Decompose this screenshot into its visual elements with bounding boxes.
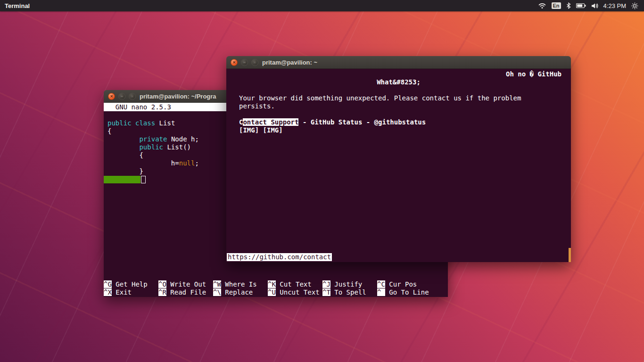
- window-title: pritam@pavilion: ~/Progra: [140, 93, 216, 100]
- network-icon[interactable]: [538, 2, 546, 9]
- battery-icon[interactable]: [576, 3, 586, 8]
- body-text-line2: persists.: [226, 102, 571, 110]
- shortcut-write-out: ^O Write Out: [158, 280, 213, 288]
- links-line: Contact Support - GitHub Status - @githu…: [226, 118, 571, 126]
- browser-terminal-window: pritam@pavilion: ~ Oh no � GitHub What&#…: [226, 56, 571, 262]
- shortcut-go-to-line: ^_ Go To Line: [377, 288, 432, 296]
- maximize-icon[interactable]: [129, 93, 136, 100]
- system-tray: En 4:23 PM: [538, 0, 644, 11]
- shortcut-read-file: ^R Read File: [158, 288, 213, 296]
- window-controls: [231, 59, 258, 66]
- shortcut-where-is: ^W Where Is: [213, 280, 268, 288]
- body-text-line1: Your browser did something unexpected. P…: [226, 94, 571, 102]
- top-panel: Terminal En: [0, 0, 644, 11]
- window-title: pritam@pavilion: ~: [262, 59, 317, 66]
- w3m-status-url: https://github.com/contact: [227, 253, 332, 261]
- page-heading: What&#8253;: [226, 78, 571, 86]
- bluetooth-icon[interactable]: [566, 2, 571, 9]
- close-icon[interactable]: [231, 59, 238, 66]
- minimize-icon[interactable]: [241, 59, 248, 66]
- clock[interactable]: 4:23 PM: [603, 2, 626, 9]
- nano-shortcuts: ^G Get Help^O Write Out^W Where Is^K Cut…: [104, 280, 448, 296]
- selection-highlight: [104, 176, 140, 183]
- contact-support-link[interactable]: ontact Support: [243, 118, 298, 126]
- minimize-icon[interactable]: [118, 93, 125, 100]
- page-header-right: Oh no � GitHub: [226, 70, 571, 78]
- shortcut-get-help: ^G Get Help: [104, 280, 158, 288]
- shortcut-justify: ^J Justify: [322, 280, 377, 288]
- keyboard-layout-indicator[interactable]: En: [552, 2, 561, 9]
- text-cursor: [141, 176, 146, 183]
- volume-icon[interactable]: [591, 3, 598, 9]
- shortcut-cur-pos: ^C Cur Pos: [377, 280, 432, 288]
- terminal-scrollbar[interactable]: [569, 248, 571, 262]
- shortcut-cut-text: ^K Cut Text: [268, 280, 322, 288]
- other-links[interactable]: - GitHub Status - @githubstatus: [298, 118, 426, 126]
- browser-terminal-content[interactable]: Oh no � GitHub What&#8253; Your browser …: [226, 69, 571, 262]
- browser-window-titlebar[interactable]: pritam@pavilion: ~: [226, 56, 571, 69]
- shortcut-uncut-text: ^U Uncut Text: [268, 288, 322, 296]
- shortcut-exit: ^X Exit: [104, 288, 158, 296]
- shortcut-to-spell: ^T To Spell: [322, 288, 377, 296]
- window-controls: [108, 93, 136, 100]
- shortcut-replace: ^\ Replace: [213, 288, 268, 296]
- maximize-icon[interactable]: [251, 59, 258, 66]
- close-icon[interactable]: [108, 93, 115, 100]
- session-menu-icon[interactable]: [631, 2, 638, 9]
- images-placeholder-line: [IMG] [IMG]: [226, 126, 571, 134]
- active-app-title: Terminal: [5, 2, 30, 9]
